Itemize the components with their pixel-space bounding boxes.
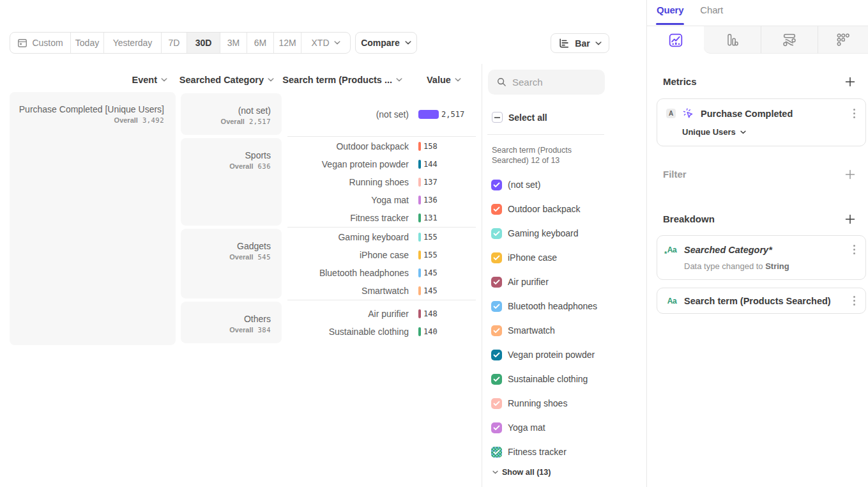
- table-row[interactable]: Outdoor backpack 158: [287, 137, 476, 155]
- table-row[interactable]: Yoga mat 136: [287, 191, 476, 209]
- date-range-12m[interactable]: 12M: [273, 33, 301, 53]
- term-checkbox[interactable]: [491, 228, 502, 239]
- search-input[interactable]: [512, 77, 595, 88]
- column-header-value[interactable]: Value: [409, 75, 473, 85]
- series-badge: A: [666, 109, 676, 118]
- term-checkbox[interactable]: [491, 325, 502, 336]
- horizontal-bar-chart-icon: [558, 38, 570, 49]
- search-term-label: Bluetooth headphones: [287, 268, 409, 278]
- tab-flows[interactable]: [761, 26, 818, 54]
- select-all-row[interactable]: Select all: [492, 112, 547, 123]
- term-filter-item[interactable]: Bluetooth headphones: [491, 294, 597, 318]
- term-checkbox[interactable]: [491, 301, 502, 312]
- chevron-down-icon: [455, 78, 461, 82]
- table-row[interactable]: Smartwatch 145: [287, 282, 476, 300]
- date-range-7d[interactable]: 7D: [161, 33, 187, 53]
- table-row[interactable]: Fitness tracker 131: [287, 209, 476, 227]
- breakdown-property-name: Searched Category*: [684, 245, 846, 255]
- category-cell[interactable]: Gadgets Overall 545: [181, 229, 282, 298]
- term-filter-item[interactable]: iPhone case: [491, 245, 597, 270]
- date-range-segments: CustomTodayYesterday7D30D3M6M12MXTD: [10, 32, 351, 54]
- breakdown-menu-button[interactable]: [852, 244, 857, 256]
- term-filter-item[interactable]: Vegan protein powder: [491, 343, 597, 367]
- category-cell[interactable]: (not set) Overall 2,517: [181, 93, 282, 135]
- term-checkbox-list: (not set) Outdoor backpack Gaming keyboa…: [491, 173, 597, 464]
- term-checkbox[interactable]: [491, 350, 502, 360]
- table-row[interactable]: (not set) 2,517: [287, 105, 476, 123]
- term-checkbox[interactable]: [491, 422, 502, 433]
- retention-icon: [836, 33, 850, 47]
- panel-tab-chart[interactable]: Chart: [700, 0, 723, 24]
- show-all-button[interactable]: Show all (13): [492, 468, 551, 477]
- breakdown-sections: (not set) Overall 2,517 (not set) 2,517 …: [181, 92, 476, 345]
- date-range-xtd[interactable]: XTD: [301, 33, 350, 53]
- term-checkbox[interactable]: [491, 252, 502, 263]
- term-filter-item[interactable]: Fitness tracker: [491, 440, 597, 464]
- breakdown-card[interactable]: Aa* Searched Category* Data type changed…: [657, 235, 866, 280]
- category-cell[interactable]: Others Overall 384: [181, 302, 282, 343]
- table-row[interactable]: Gaming keyboard 155: [287, 228, 476, 246]
- metric-card[interactable]: A Purchase Completed Unique Users: [657, 98, 866, 146]
- check-icon: [493, 304, 500, 309]
- term-filter-item[interactable]: Yoga mat: [491, 415, 597, 440]
- overall-label: Overall: [229, 162, 253, 170]
- metric-menu-button[interactable]: [852, 107, 857, 120]
- date-range-label: XTD: [312, 38, 330, 48]
- term-checkbox[interactable]: [491, 374, 502, 385]
- compare-button[interactable]: Compare: [355, 32, 417, 54]
- table-row[interactable]: iPhone case 155: [287, 246, 476, 264]
- tab-insights[interactable]: [647, 26, 704, 54]
- breakdown-menu-button[interactable]: [852, 295, 857, 307]
- add-breakdown-button[interactable]: [845, 214, 855, 224]
- select-all-label: Select all: [508, 112, 547, 123]
- chart-type-dropdown[interactable]: Bar: [551, 33, 609, 53]
- term-filter-label: Air purifier: [508, 277, 549, 287]
- term-filter-item[interactable]: Sustainable clothing: [491, 367, 597, 391]
- term-checkbox[interactable]: [491, 204, 502, 215]
- table-row[interactable]: Sustainable clothing 140: [287, 323, 476, 341]
- date-range-30d[interactable]: 30D: [187, 33, 220, 53]
- column-header-search-term[interactable]: Search term (Products ...: [287, 75, 409, 85]
- term-filter-item[interactable]: Gaming keyboard: [491, 221, 597, 245]
- value-bar: [418, 233, 421, 242]
- term-filter-item[interactable]: Air purifier: [491, 270, 597, 294]
- term-filter-item[interactable]: Smartwatch: [491, 318, 597, 343]
- term-checkbox[interactable]: [491, 447, 502, 458]
- add-metric-button[interactable]: [845, 77, 855, 87]
- date-range-picker: CustomTodayYesterday7D30D3M6M12MXTD: [10, 32, 351, 54]
- term-filter-item[interactable]: Outdoor backpack: [491, 197, 597, 221]
- table-row[interactable]: Running shoes 137: [287, 173, 476, 191]
- date-range-3m[interactable]: 3M: [220, 33, 247, 53]
- category-name: (not set): [238, 105, 271, 116]
- measurement-dropdown[interactable]: Unique Users: [682, 127, 865, 137]
- tab-funnels[interactable]: [704, 26, 761, 54]
- term-filter-label: Vegan protein powder: [508, 350, 595, 360]
- date-range-label: 3M: [227, 38, 240, 48]
- filter-header: Filter: [663, 169, 855, 180]
- event-cell[interactable]: Purchase Completed [Unique Users] Overal…: [10, 92, 176, 345]
- breakdown-card[interactable]: Aa Search term (Products Searched): [657, 288, 866, 314]
- date-range-yesterday[interactable]: Yesterday: [103, 33, 161, 53]
- term-checkbox[interactable]: [491, 398, 502, 409]
- term-checkbox[interactable]: [491, 277, 502, 288]
- panel-tab-query[interactable]: Query: [657, 0, 683, 24]
- insights-icon: [669, 33, 683, 47]
- column-header-searched-category[interactable]: Searched Category: [180, 75, 282, 85]
- event-name: Purchase Completed [Unique Users]: [19, 104, 164, 115]
- date-range-6m[interactable]: 6M: [247, 33, 273, 53]
- select-all-checkbox[interactable]: [492, 112, 503, 123]
- term-filter-item[interactable]: (not set): [491, 173, 597, 197]
- term-filter-item[interactable]: Running shoes: [491, 391, 597, 415]
- column-header-event[interactable]: Event: [10, 75, 175, 85]
- chevron-down-icon: [740, 130, 746, 134]
- category-cell[interactable]: Sports Overall 636: [181, 138, 282, 226]
- filter-group-label: Search term (Products Searched) 12 of 13: [492, 146, 578, 166]
- term-checkbox[interactable]: [491, 180, 502, 190]
- date-range-custom[interactable]: Custom: [10, 33, 70, 53]
- table-row[interactable]: Air purifier 148: [287, 305, 476, 323]
- date-range-today[interactable]: Today: [70, 33, 103, 53]
- add-filter-button[interactable]: [845, 169, 855, 180]
- table-row[interactable]: Bluetooth headphones 145: [287, 264, 476, 282]
- table-row[interactable]: Vegan protein powder 144: [287, 155, 476, 173]
- tab-retention[interactable]: [818, 26, 868, 54]
